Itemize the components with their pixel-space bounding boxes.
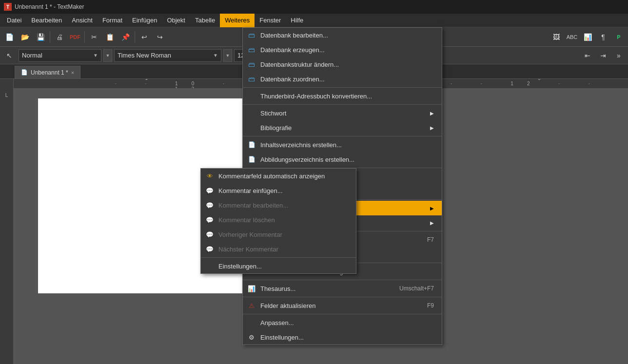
- sep-12: [243, 297, 442, 297]
- tab-close-btn[interactable]: ×: [71, 70, 74, 76]
- sep-6: [243, 136, 442, 136]
- kommentar-loeschen-item: 💬 Kommentar löschen: [201, 212, 356, 227]
- font-select[interactable]: Times New Roman ▼: [114, 49, 221, 62]
- menu-stichwort[interactable]: Stichwort ▶: [243, 106, 442, 120]
- save-button[interactable]: 💾: [33, 30, 48, 44]
- db-struktur-icon: 🗃: [247, 59, 256, 69]
- insert-image-btn[interactable]: 🖼: [549, 30, 564, 44]
- doc-tab-icon: 📄: [21, 69, 28, 76]
- menu-felder[interactable]: ⚠ Felder aktualisieren F9: [243, 298, 442, 313]
- kommentar-bearbeiten-item: 💬 Kommentar bearbeiten...: [201, 198, 356, 212]
- db-zuordnen-icon: 🗃: [247, 74, 256, 84]
- title-text: Unbenannt 1 * - TextMaker: [15, 3, 84, 10]
- menu-db-erzeugen[interactable]: 🗃 Datenbank erzeugen...: [243, 42, 442, 57]
- kommentare-einstellungen-item[interactable]: Einstellungen...: [201, 259, 356, 273]
- doc-tab[interactable]: 📄 Unbenannt 1 * ×: [15, 66, 80, 78]
- style-select[interactable]: Normal ▼: [19, 49, 101, 62]
- style-arrow: ▼: [93, 53, 98, 58]
- aenderungen-arrow: ▶: [430, 220, 434, 226]
- settings-icon: ⚙: [247, 332, 256, 342]
- open-button[interactable]: 📂: [18, 30, 32, 44]
- font-arrow-btn[interactable]: ▼: [223, 49, 232, 62]
- print-button[interactable]: 🖨: [52, 30, 67, 44]
- comment-next-icon: 💬: [205, 244, 215, 254]
- db-erzeugen-icon: 🗃: [247, 45, 256, 55]
- style-arrow-btn[interactable]: ▼: [103, 49, 112, 62]
- sep-11: [243, 280, 442, 280]
- menu-objekt[interactable]: Objekt: [162, 14, 190, 27]
- menu-weiteres[interactable]: Weiteres: [220, 14, 255, 27]
- menu-einstellungen[interactable]: ⚙ Einstellungen...: [243, 330, 442, 345]
- vorheriger-kommentar-item: 💬 Vorheriger Kommentar: [201, 227, 356, 242]
- menu-ansicht[interactable]: Ansicht: [67, 14, 98, 27]
- cut-button[interactable]: ✂: [87, 30, 101, 44]
- more-btn[interactable]: »: [611, 48, 626, 63]
- redo-button[interactable]: ↪: [153, 30, 167, 44]
- indent-right-btn[interactable]: ⇥: [596, 48, 610, 63]
- menu-bibliografie[interactable]: Bibliografie ▶: [243, 120, 442, 135]
- sep3: [135, 31, 135, 43]
- kommentarfeld-anzeigen-item[interactable]: 👁 Kommentarfeld automatisch anzeigen: [201, 169, 356, 183]
- menu-fenster[interactable]: Fenster: [255, 14, 286, 27]
- comment-edit-icon: 💬: [205, 200, 215, 210]
- menu-thesaurus[interactable]: 📊 Thesaurus... Umschalt+F7: [243, 281, 442, 296]
- menu-format[interactable]: Format: [98, 14, 127, 27]
- chart-btn[interactable]: 📊: [580, 30, 595, 44]
- menu-tabelle[interactable]: Tabelle: [190, 14, 220, 27]
- comment-prev-icon: 💬: [205, 230, 215, 239]
- spell-shortcut: F7: [427, 236, 434, 243]
- publisher-btn[interactable]: P: [611, 30, 626, 44]
- sep1: [50, 31, 50, 43]
- menu-bar: Datei Bearbeiten Ansicht Format Einfügen…: [0, 14, 628, 27]
- spell-btn[interactable]: ABC: [565, 30, 579, 44]
- menu-datei[interactable]: Datei: [2, 14, 26, 27]
- sep-13: [243, 314, 442, 314]
- paste-button[interactable]: 📌: [118, 30, 133, 44]
- comment-eye-icon: 👁: [205, 171, 215, 181]
- kommentar-einfuegen-item[interactable]: 💬 Kommentar einfügen...: [201, 183, 356, 198]
- kommentare-sep: [201, 257, 356, 258]
- naechster-kommentar-item: 💬 Nächster Kommentar: [201, 242, 356, 256]
- new-button[interactable]: 📄: [2, 30, 17, 44]
- db-bearbeiten-icon: 🗃: [247, 30, 256, 40]
- menu-thunderbird[interactable]: Thunderbird-Adressbuch konvertieren...: [243, 89, 442, 103]
- kommentare-submenu: 👁 Kommentarfeld automatisch anzeigen 💬 K…: [200, 168, 356, 274]
- toc-icon: 📄: [247, 140, 256, 150]
- undo-button[interactable]: ↩: [137, 30, 152, 44]
- kommentare-arrow: ▶: [430, 206, 434, 211]
- font-arrow: ▼: [213, 53, 218, 58]
- sep2: [84, 31, 85, 43]
- pdf-button[interactable]: PDF: [68, 30, 82, 44]
- thesaurus-shortcut: Umschalt+F7: [399, 285, 434, 292]
- menu-hilfe[interactable]: Hilfe: [286, 14, 308, 27]
- field-shortcut: F9: [427, 302, 434, 309]
- menu-img-toc[interactable]: 📄 Abbildungsverzeichnis erstellen...: [243, 152, 442, 167]
- menu-db-zuordnen[interactable]: 🗃 Datenbank zuordnen...: [243, 72, 442, 86]
- doc-tab-label: Unbenannt 1 *: [31, 69, 68, 76]
- sep-4: [243, 87, 442, 88]
- menu-bearbeiten[interactable]: Bearbeiten: [26, 14, 67, 27]
- thesaurus-icon: 📊: [247, 284, 256, 293]
- app-icon: T: [4, 3, 12, 11]
- bibliografie-arrow: ▶: [430, 125, 434, 131]
- menu-einfuegen[interactable]: Einfügen: [127, 14, 162, 27]
- comment-add-icon: 💬: [205, 186, 215, 195]
- field-icon: ⚠: [247, 301, 256, 310]
- para-btn[interactable]: ¶: [596, 30, 610, 44]
- cursor-btn[interactable]: ↖: [2, 48, 17, 63]
- menu-db-bearbeiten[interactable]: 🗃 Datenbank bearbeiten...: [243, 28, 442, 42]
- menu-db-struktur[interactable]: 🗃 Datenbankstruktur ändern...: [243, 57, 442, 72]
- copy-button[interactable]: 📋: [102, 30, 117, 44]
- stichwort-arrow: ▶: [430, 111, 434, 116]
- menu-toc[interactable]: 📄 Inhaltsverzeichnis erstellen...: [243, 137, 442, 152]
- indent-left-btn[interactable]: ⇤: [580, 48, 595, 63]
- sep-5: [243, 104, 442, 105]
- title-bar: T Unbenannt 1 * - TextMaker: [0, 0, 628, 14]
- ruler-left: L: [0, 79, 14, 364]
- menu-anpassen[interactable]: Anpassen...: [243, 315, 442, 330]
- img-toc-icon: 📄: [247, 154, 256, 164]
- comment-del-icon: 💬: [205, 215, 215, 225]
